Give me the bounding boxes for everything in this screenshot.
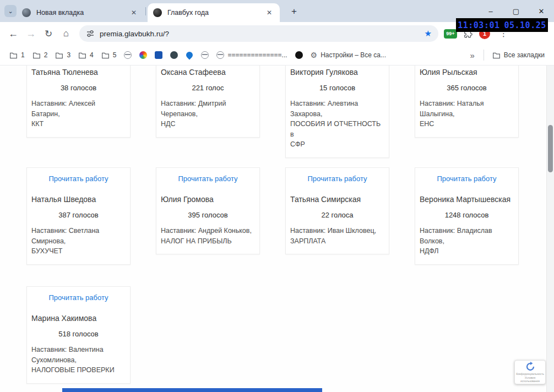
bookmarks-overflow-chevron-icon[interactable]: » xyxy=(465,50,479,61)
mentor-info: Наставник: Алексей Батарин, ККТ xyxy=(31,99,126,129)
recaptcha-privacy-label: Конфиденциальность xyxy=(516,372,544,375)
bookmark-site-6[interactable] xyxy=(197,49,213,61)
tab-title: Новая вкладка xyxy=(36,9,129,17)
read-work-link[interactable]: Прочитать работу xyxy=(31,175,126,183)
votes-count: 518 голосов xyxy=(31,330,126,338)
cards-layer: Прочитать работу Татьяна Тюленева 38 гол… xyxy=(0,66,554,392)
dark-circle-favicon-icon xyxy=(170,51,178,59)
participant-card: Прочитать работу Татьяна Тюленева 38 гол… xyxy=(26,66,131,138)
bookmark-folder-4[interactable]: 4 xyxy=(74,49,97,62)
read-work-link[interactable]: Прочитать работу xyxy=(420,175,514,183)
mentor-info: Наставник: Владислав Волков, НДФЛ xyxy=(420,226,514,257)
participant-card: Прочитать работу Оксана Стафеева 221 гол… xyxy=(156,66,260,138)
recaptcha-badge[interactable]: Конфиденциальность Условия использования xyxy=(514,360,546,384)
address-bar[interactable]: premia.glavbukh.ru/? ★ xyxy=(79,25,438,42)
participant-name: Виктория Гулякова xyxy=(290,68,384,77)
blue-square-favicon-icon xyxy=(155,51,162,59)
close-icon[interactable]: ✕ xyxy=(129,8,139,18)
participant-name: Юлия Громова xyxy=(161,195,255,204)
participant-card: Прочитать работу Татьяна Симирская 22 го… xyxy=(285,167,389,254)
scrollbar-thumb[interactable] xyxy=(548,125,553,172)
tab-new-tab[interactable]: Новая вкладка ✕ xyxy=(17,3,144,22)
globe-icon xyxy=(124,51,132,59)
chevron-down-icon: ⌄ xyxy=(8,8,13,15)
tab-glavbukh[interactable]: Главбух года ✕ xyxy=(148,3,280,22)
colorful-favicon-icon xyxy=(139,51,147,59)
votes-count: 395 голосов xyxy=(161,211,255,219)
participant-name: Вероника Мартышевская xyxy=(420,195,514,204)
bookmark-label: ==============... xyxy=(227,51,287,59)
bookmark-label: 3 xyxy=(67,51,70,59)
bookmark-label: 4 xyxy=(90,51,94,59)
clock-time: 11:03:01 xyxy=(458,20,499,30)
recaptcha-terms-label: Условия использования xyxy=(515,376,545,383)
reload-button[interactable]: ↻ xyxy=(41,26,56,41)
bookmark-label: Настройки – Все са... xyxy=(321,51,386,59)
gear-icon: ⚙ xyxy=(311,51,318,59)
all-bookmarks-button[interactable]: Все закладки xyxy=(488,49,548,62)
back-button[interactable]: ← xyxy=(6,26,21,41)
participant-card: Прочитать работу Юлия Рыльская 365 голос… xyxy=(415,66,519,138)
participant-name: Татьяна Тюленева xyxy=(31,68,126,77)
bookmark-folder-2[interactable]: 2 xyxy=(29,49,52,62)
bookmark-site-4[interactable] xyxy=(166,49,182,61)
browser-window: ⌄ Новая вкладка ✕ Главбух года ✕ + – ▢ ✕… xyxy=(0,0,554,392)
votes-count: 38 голосов xyxy=(31,84,126,92)
mentor-info: Наставник: Валентина Сухомлинова, НАЛОГО… xyxy=(31,345,126,375)
read-work-link[interactable]: Прочитать работу xyxy=(290,175,384,183)
participant-card: Прочитать работу Наталья Шведова 387 гол… xyxy=(26,167,131,265)
new-tab-button[interactable]: + xyxy=(287,5,301,18)
votes-count: 1248 голосов xyxy=(420,211,514,219)
clock-overlay: 11:03:01 05.10.25 xyxy=(456,18,548,32)
bookmark-folder-1[interactable]: 1 xyxy=(6,49,29,62)
close-icon[interactable]: ✕ xyxy=(264,8,274,18)
tab-title: Главбух года xyxy=(167,9,264,17)
bookmark-site-5[interactable] xyxy=(182,49,197,61)
page-content: Прочитать работу Татьяна Тюленева 38 гол… xyxy=(0,66,554,392)
all-bookmarks-label: Все закладки xyxy=(504,51,545,59)
bookmark-folder-5[interactable]: 5 xyxy=(97,49,121,62)
bookmark-label: 2 xyxy=(44,51,48,59)
url-text[interactable]: premia.glavbukh.ru/? xyxy=(100,30,425,38)
forward-button[interactable]: → xyxy=(23,26,39,41)
mentor-info: Наставник: Светлана Смирнова, БУХУЧЕТ xyxy=(31,226,126,257)
tab-divider xyxy=(145,7,146,15)
globe-icon xyxy=(216,51,224,59)
tab-search-button[interactable]: ⌄ xyxy=(4,5,17,17)
participant-name: Юлия Рыльская xyxy=(420,68,514,77)
home-button[interactable]: ⌂ xyxy=(58,26,74,41)
page-scrollbar[interactable] xyxy=(546,66,554,392)
mentor-info: Наставник: Иван Шкловец, ЗАРПЛАТА xyxy=(290,226,384,246)
votes-count: 387 голосов xyxy=(31,211,126,219)
participant-card: Прочитать работу Вероника Мартышевская 1… xyxy=(415,167,519,265)
votes-count: 15 голосов xyxy=(290,84,384,92)
bookmark-settings[interactable]: ⚙ Настройки – Все са... xyxy=(307,49,390,61)
bookmark-site-2[interactable] xyxy=(135,49,151,61)
site-settings-icon[interactable] xyxy=(86,29,95,38)
bookmark-site-glavbukh[interactable] xyxy=(291,49,307,61)
folder-icon xyxy=(32,51,41,59)
read-work-link[interactable]: Прочитать работу xyxy=(31,293,126,302)
participant-name: Оксана Стафеева xyxy=(161,68,255,77)
participant-name: Наталья Шведова xyxy=(31,195,126,204)
clock-date: 05.10.25 xyxy=(504,20,546,30)
read-work-link[interactable]: Прочитать работу xyxy=(161,175,255,183)
globe-icon xyxy=(201,51,209,59)
adblock-extension-icon[interactable]: 99+ xyxy=(444,29,457,39)
participant-card: Прочитать работу Юлия Громова 395 голосо… xyxy=(156,167,260,254)
folder-icon xyxy=(492,51,501,59)
black-circle-favicon-icon xyxy=(295,51,303,59)
mentor-info: Наставник: Алевтина Захарова, ПОСОБИЯ И … xyxy=(290,99,384,150)
participant-card: Прочитать работу Марина Хакимова 518 гол… xyxy=(26,286,131,384)
votes-count: 22 голоса xyxy=(290,211,384,219)
bookmark-folder-3[interactable]: 3 xyxy=(51,49,74,62)
participant-name: Марина Хакимова xyxy=(31,314,126,323)
site-favicon-icon xyxy=(153,8,162,17)
bookmark-site-3[interactable] xyxy=(151,49,166,61)
bookmark-site-1[interactable] xyxy=(120,49,135,61)
bookmark-star-icon[interactable]: ★ xyxy=(425,29,432,39)
new-tab-favicon-icon xyxy=(22,8,31,17)
blue-drop-favicon-icon xyxy=(185,51,194,60)
bookmark-separator-item[interactable]: ==============... xyxy=(213,49,291,61)
bookmarks-bar: 1 2 3 4 5 ==============... ⚙ xyxy=(0,45,554,66)
